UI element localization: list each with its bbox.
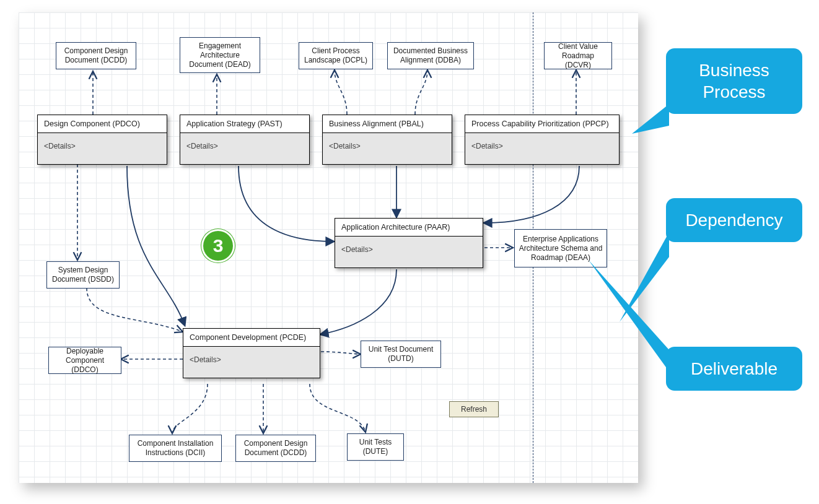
deliverable-dute: Unit Tests (DUTE) (347, 433, 404, 461)
process-ppcp-title: Process Capability Prioritization (PPCP) (465, 115, 619, 133)
process-paar-title: Application Architecture (PAAR) (335, 219, 483, 237)
deliverable-dcpl: Client Process Landscape (DCPL) (299, 42, 373, 69)
callout-business-process-label: Business Process (681, 59, 787, 103)
deliverable-dcdd-bottom: Component Design Document (DCDD) (235, 435, 316, 462)
process-paar[interactable]: Application Architecture (PAAR) <Details… (335, 218, 483, 268)
deliverable-ddco: Deployable Component (DDCO) (48, 347, 121, 374)
callout-business-process: Business Process (666, 48, 802, 114)
deliverable-dcii: Component Installation Instructions (DCI… (129, 435, 222, 462)
process-paar-body: <Details> (335, 237, 483, 267)
process-ppcp[interactable]: Process Capability Prioritization (PPCP)… (465, 115, 620, 165)
refresh-button[interactable]: Refresh (449, 401, 499, 417)
process-pdco-body: <Details> (38, 133, 167, 164)
process-past-body: <Details> (180, 133, 309, 164)
process-past-title: Application Strategy (PAST) (180, 115, 309, 133)
process-past[interactable]: Application Strategy (PAST) <Details> (180, 115, 310, 165)
process-pbal[interactable]: Business Alignment (PBAL) <Details> (322, 115, 452, 165)
process-ppcp-body: <Details> (465, 133, 619, 164)
deliverable-dsdd: System Design Document (DSDD) (46, 261, 120, 289)
callout-dependency: Dependency (666, 198, 802, 242)
callout-dependency-label: Dependency (685, 211, 782, 230)
deliverable-dutd: Unit Test Document (DUTD) (361, 341, 441, 368)
process-pcde-body: <Details> (183, 347, 320, 378)
callout-deliverable: Deliverable (666, 347, 802, 391)
process-pdco-title: Design Component (PDCO) (38, 115, 167, 133)
deliverable-ddba: Documented Business Alignment (DDBA) (387, 42, 474, 69)
deliverable-dcdd: Component Design Document (DCDD) (56, 42, 136, 69)
process-pbal-title: Business Alignment (PBAL) (323, 115, 452, 133)
deliverable-dead: Engagement Architecture Document (DEAD) (180, 37, 260, 73)
callout-deliverable-label: Deliverable (691, 359, 777, 378)
process-pbal-body: <Details> (323, 133, 452, 164)
process-pcde[interactable]: Component Development (PCDE) <Details> (183, 328, 320, 378)
process-pcde-title: Component Development (PCDE) (183, 329, 320, 347)
diagram-canvas: Component Design Document (DCDD) Engagem… (19, 12, 638, 483)
step-badge: 3 (201, 229, 235, 263)
process-pdco[interactable]: Design Component (PDCO) <Details> (37, 115, 167, 165)
deliverable-dcvr: Client Value Roadmap (DCVR) (544, 42, 612, 69)
